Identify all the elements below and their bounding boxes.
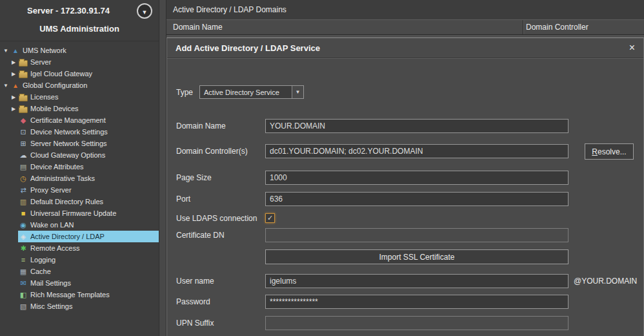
cache-icon [18,266,28,277]
page-title: Active Directory / LDAP Domains [173,5,287,14]
sidebar-item-proxy-server[interactable]: Proxy Server [0,184,159,196]
password-label: Password [176,295,210,309]
domain-controllers-label: Domain Controller(s) [176,144,248,158]
sidebar-item-cloud-gateway-options[interactable]: Cloud Gateway Options [0,149,159,161]
page-size-input[interactable] [265,171,569,185]
proxy-icon [18,184,28,196]
sidebar-header: Server - 172.30.91.74 UMS Administration [0,0,159,41]
sidebar-item-mail-settings[interactable]: Mail Settings [0,277,159,289]
sidebar-item-logging[interactable]: Logging [0,254,159,266]
sidebar-item-global-configuration[interactable]: Global Configuration [0,79,159,91]
wake-on-lan-icon [18,219,28,231]
type-label: Type [176,85,193,100]
password-input[interactable] [265,295,569,309]
network-icon [10,45,21,56]
ad-ldap-icon [18,231,28,242]
sidebar-item-server[interactable]: Server [0,56,159,68]
type-select[interactable]: Active Directory Service [199,85,304,99]
message-templates-icon [18,289,28,300]
dialog-titlebar: Add Active Directory / LDAP Service × [167,38,643,58]
server-network-icon [18,138,28,149]
sidebar-item-licenses[interactable]: Licenses [0,91,159,103]
folder-icon [18,56,28,68]
close-icon[interactable]: × [629,43,635,53]
sidebar-item-igel-cloud-gateway[interactable]: Igel Cloud Gateway [0,68,159,79]
resolve-button[interactable]: Resolve... [585,143,634,160]
add-ad-ldap-dialog: Add Active Directory / LDAP Service × Ty… [166,37,644,336]
ums-window: Server - 172.30.91.74 UMS Administration… [0,0,644,336]
use-ldaps-checkbox[interactable] [265,213,275,223]
upn-suffix-input[interactable] [265,316,569,330]
expand-arrow-icon[interactable] [1,83,10,89]
expand-arrow-icon[interactable] [1,48,10,54]
sidebar-scrollbar[interactable] [159,0,166,336]
import-ssl-certificate-button[interactable]: Import SSL Certificate [265,249,569,264]
port-input[interactable] [265,192,569,206]
sidebar: Server - 172.30.91.74 UMS Administration… [0,0,159,336]
dialog-body: Type Active Directory Service Domain Nam… [167,59,643,336]
sidebar-item-server-network-settings[interactable]: Server Network Settings [0,138,159,149]
sidebar-item-ums-network[interactable]: UMS Network [0,45,159,56]
expand-arrow-icon[interactable] [9,94,18,100]
combo-arrow-icon[interactable] [292,86,303,98]
tasks-clock-icon [18,173,28,184]
sidebar-item-remote-access[interactable]: Remote Access [0,242,159,254]
main-panel: Active Directory / LDAP Domains Domain N… [166,0,644,336]
page-size-label: Page Size [176,171,212,185]
certificate-icon [18,114,28,126]
sidebar-item-certificate-management[interactable]: Certificate Management [0,114,159,126]
sidebar-item-misc-settings[interactable]: Misc Settings [0,300,159,312]
firmware-icon [18,207,28,219]
column-header-domain-name[interactable]: Domain Name [173,20,223,34]
navigation-tree: UMS Network Server Igel Cloud Gateway Gl… [0,41,159,336]
sidebar-item-default-directory-rules[interactable]: Default Directory Rules [0,196,159,207]
sidebar-item-wake-on-lan[interactable]: Wake on LAN [0,219,159,231]
folder-icon [18,103,28,114]
expand-arrow-icon[interactable] [9,106,18,112]
table-header: Domain Name Domain Controller [166,19,644,35]
port-label: Port [176,192,190,206]
use-ldaps-label: Use LDAPS connection [176,211,257,226]
expand-arrow-icon[interactable] [9,71,18,77]
username-domain-suffix: @YOUR.DOMAIN [574,274,637,288]
chevron-down-icon [142,5,148,17]
sidebar-item-device-attributes[interactable]: Device Attributes [0,161,159,173]
ums-administration-title: UMS Administration [0,24,159,34]
folder-icon [18,68,28,79]
cloud-icon [18,149,28,161]
device-network-icon [18,126,28,138]
dialog-title: Add Active Directory / LDAP Service [176,43,320,53]
sidebar-item-universal-firmware-update[interactable]: Universal Firmware Update [0,207,159,219]
domain-name-label: Domain Name [176,119,226,133]
server-dropdown-button[interactable] [137,3,152,19]
mail-icon [18,277,28,289]
directory-rules-icon [18,196,28,207]
logging-icon [18,254,28,266]
certificate-dn-label: Certificate DN [176,228,225,242]
sidebar-item-device-network-settings[interactable]: Device Network Settings [0,126,159,138]
expand-arrow-icon[interactable] [9,59,18,65]
folder-icon [18,91,28,103]
remote-access-icon [18,242,28,254]
sidebar-item-mobile-devices[interactable]: Mobile Devices [0,103,159,114]
username-label: User name [176,274,214,288]
sidebar-item-cache[interactable]: Cache [0,266,159,277]
sidebar-item-active-directory-ldap[interactable]: Active Directory / LDAP [0,231,159,242]
type-select-value: Active Directory Service [200,89,292,96]
column-divider[interactable] [523,20,523,34]
misc-settings-icon [18,300,28,312]
attributes-icon [18,161,28,173]
global-config-icon [10,79,21,91]
column-header-domain-controller[interactable]: Domain Controller [526,20,589,34]
server-title: Server - 172.30.91.74 [0,6,137,16]
page-titlebar: Active Directory / LDAP Domains [166,0,644,19]
upn-suffix-label: UPN Suffix [176,316,214,330]
domain-name-input[interactable] [265,119,569,133]
sidebar-item-administrative-tasks[interactable]: Administrative Tasks [0,173,159,184]
sidebar-item-rich-message-templates[interactable]: Rich Message Templates [0,289,159,300]
certificate-dn-input[interactable] [265,228,569,242]
username-input[interactable] [265,274,569,288]
domain-controllers-input[interactable] [265,144,569,158]
